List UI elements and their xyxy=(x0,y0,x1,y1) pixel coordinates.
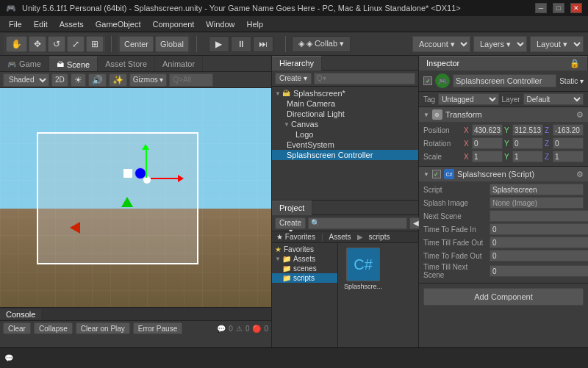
scale-y-input[interactable] xyxy=(512,151,543,162)
pos-z-field: Z xyxy=(545,124,584,136)
hier-item-main-camera[interactable]: Main Camera xyxy=(272,98,418,109)
scene-canvas[interactable] xyxy=(0,88,271,307)
pos-x-input[interactable] xyxy=(472,124,503,136)
tool-rect[interactable]: ⊞ xyxy=(86,36,104,52)
scale-x-input[interactable] xyxy=(472,151,503,162)
assets-breadcrumb[interactable]: Assets xyxy=(329,233,351,241)
scale-z-input[interactable] xyxy=(553,151,584,162)
script-field-value[interactable]: Splashscreen xyxy=(490,184,584,195)
hierarchy-create-btn[interactable]: Create ▾ xyxy=(275,73,312,84)
scale-y-label: Y xyxy=(504,153,512,161)
pause-button[interactable]: ⏸ xyxy=(231,36,251,52)
menu-gameobject[interactable]: GameObject xyxy=(90,18,147,30)
menu-file[interactable]: File xyxy=(3,18,28,30)
transform-gear-icon[interactable]: ⚙ xyxy=(576,110,584,120)
tool-hand[interactable]: ✋ xyxy=(6,36,27,52)
tab-console[interactable]: Console xyxy=(0,309,41,320)
script-section-checkbox[interactable]: ✓ xyxy=(432,170,441,178)
rot-x-input[interactable] xyxy=(472,137,503,149)
script-section-gear-icon[interactable]: ⚙ xyxy=(576,170,584,179)
close-button[interactable]: ✕ xyxy=(570,3,582,13)
scene-effects-btn[interactable]: ✨ xyxy=(109,73,127,87)
favorites-sep: | xyxy=(321,233,323,241)
tool-rotate[interactable]: ↺ xyxy=(48,36,65,52)
clear-on-play-button[interactable]: Clear on Play xyxy=(76,322,130,334)
center-button[interactable]: Center xyxy=(119,36,154,52)
pos-z-input[interactable] xyxy=(553,124,584,136)
hier-item-directional-light[interactable]: Directional Light xyxy=(272,109,418,119)
next-scene-input[interactable] xyxy=(490,210,588,222)
tag-layer-row: Tag Untagged Layer Default xyxy=(419,92,588,107)
menu-edit[interactable]: Edit xyxy=(28,18,54,30)
transform-header[interactable]: ▼ ⊕ Transform ⚙ xyxy=(419,107,588,122)
error-pause-button[interactable]: Error Pause xyxy=(133,322,182,334)
minimize-button[interactable]: ─ xyxy=(535,3,547,13)
tool-scale[interactable]: ⤢ xyxy=(67,36,85,52)
asset-item-splashscreen[interactable]: C# Splashscre... xyxy=(341,246,385,292)
play-button[interactable]: ▶ xyxy=(209,36,229,52)
tab-animator[interactable]: Animator xyxy=(155,57,203,71)
inspector-lock-icon[interactable]: 🔒 xyxy=(570,59,580,68)
hier-item-logo[interactable]: Logo xyxy=(272,129,418,140)
tool-move[interactable]: ✥ xyxy=(29,36,46,52)
proj-item-assets[interactable]: ▼ 📁 Assets xyxy=(272,254,337,264)
hier-item-canvas[interactable]: ▼ Canvas xyxy=(272,119,418,129)
project-create-btn[interactable]: Create ▾ xyxy=(275,217,306,229)
layout-select[interactable]: Layout ▾ xyxy=(530,36,584,52)
object-name-input[interactable] xyxy=(453,74,556,87)
shaded-select[interactable]: Shaded xyxy=(3,73,49,87)
global-button[interactable]: Global xyxy=(155,36,189,52)
project-search[interactable] xyxy=(308,217,407,229)
tag-select[interactable]: Untagged xyxy=(438,93,498,105)
proj-item-favorites[interactable]: ★ Favorites xyxy=(272,245,337,254)
tab-asset-store[interactable]: Asset Store xyxy=(98,57,155,71)
proj-item-scenes[interactable]: 📁 scenes xyxy=(272,264,337,273)
account-select[interactable]: Account ▾ xyxy=(412,36,470,52)
animator-tab-label: Animator xyxy=(162,59,195,68)
layer-select[interactable]: Default xyxy=(523,93,584,105)
tab-hierarchy[interactable]: Hierarchy xyxy=(272,56,322,71)
rot-z-input[interactable] xyxy=(553,137,584,149)
layers-select[interactable]: Layers ▾ xyxy=(473,36,527,52)
scene-object-sphere xyxy=(135,167,146,179)
proj-item-scripts[interactable]: 📁 scripts xyxy=(272,273,337,283)
favorites-label[interactable]: ★ Favorites xyxy=(276,233,315,241)
tab-game[interactable]: 🎮 Game xyxy=(0,57,49,71)
hier-item-eventsystem[interactable]: EventSystem xyxy=(272,140,418,150)
hier-item-splashscreen[interactable]: ▼ 🏔 Splashscreen* xyxy=(272,88,418,98)
hierarchy-search[interactable] xyxy=(314,73,415,84)
menu-help[interactable]: Help xyxy=(240,18,269,30)
scene-audio-btn[interactable]: 🔊 xyxy=(88,73,107,87)
object-active-checkbox[interactable]: ✓ xyxy=(423,76,432,85)
maximize-button[interactable]: □ xyxy=(553,3,564,13)
add-component-button[interactable]: Add Component xyxy=(423,288,584,306)
scene-lighting-btn[interactable]: ☀ xyxy=(71,73,86,87)
collab-button[interactable]: ◈ ◈ Collab ▾ xyxy=(292,36,351,52)
tab-project[interactable]: Project xyxy=(272,201,312,215)
next-scene-time-input[interactable] xyxy=(490,265,588,277)
gizmos-button[interactable]: Gizmos ▾ xyxy=(129,73,168,87)
tab-inspector[interactable]: Inspector 🔒 xyxy=(419,56,588,71)
static-toggle[interactable]: Static ▾ xyxy=(559,77,584,85)
menu-component[interactable]: Component xyxy=(146,18,200,30)
hier-item-splashscreen-controller[interactable]: Splashscreen Controller xyxy=(272,150,418,160)
hierarchy-tab-label: Hierarchy xyxy=(279,59,314,68)
script-section-header[interactable]: ▼ ✓ C# Splashscreen (Script) ⚙ xyxy=(419,167,588,181)
menu-window[interactable]: Window xyxy=(200,18,240,30)
pos-y-input[interactable] xyxy=(512,124,543,136)
splash-image-value[interactable]: None (Image) xyxy=(490,197,584,209)
fade-out-input[interactable] xyxy=(490,250,588,261)
clear-button[interactable]: Clear xyxy=(3,322,31,334)
scene-search[interactable] xyxy=(169,73,213,87)
tab-scene[interactable]: 🏔 Scene xyxy=(49,57,98,71)
rot-y-input[interactable] xyxy=(512,137,543,149)
collapse-button[interactable]: Collapse xyxy=(34,322,73,334)
splash-image-text: None (Image) xyxy=(492,199,537,207)
till-fade-out-input[interactable] xyxy=(490,237,588,248)
gizmo-y-tip xyxy=(142,144,149,150)
menu-assets[interactable]: Assets xyxy=(54,18,90,30)
fade-in-input[interactable] xyxy=(490,223,588,235)
step-button[interactable]: ⏭ xyxy=(253,36,273,52)
2d-button[interactable]: 2D xyxy=(51,73,68,87)
scripts-breadcrumb[interactable]: scripts xyxy=(369,233,390,241)
